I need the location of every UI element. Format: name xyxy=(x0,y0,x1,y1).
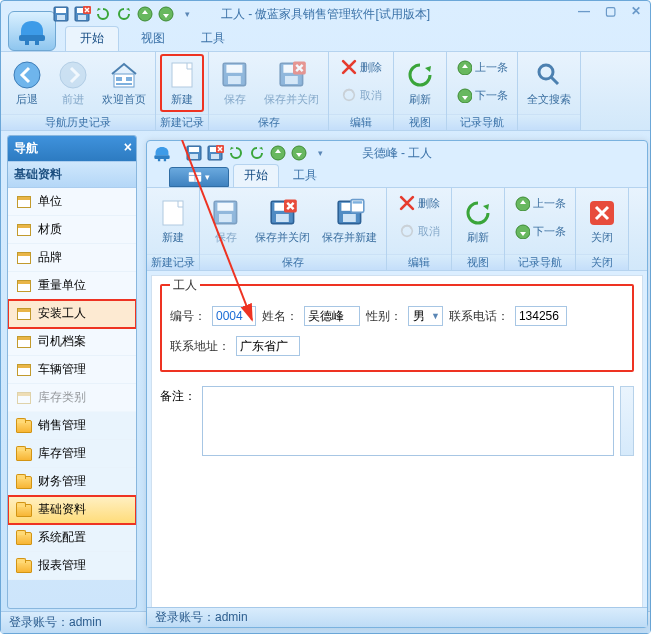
folder-icon xyxy=(16,559,32,573)
back-button[interactable]: 后退 xyxy=(5,54,49,112)
child-new-button[interactable]: 新建 xyxy=(151,192,195,250)
nav-folder-report[interactable]: 报表管理 xyxy=(8,552,136,580)
chevron-down-icon: ▼ xyxy=(431,311,440,321)
tab-start[interactable]: 开始 xyxy=(65,26,119,51)
child-group-new: 新建记录 xyxy=(147,254,199,270)
group-edit: 编辑 xyxy=(329,114,393,130)
save-button: 保存 xyxy=(213,54,257,112)
nav-item-material[interactable]: 材质 xyxy=(8,216,136,244)
nav-panel: 导航× 基础资料 单位 材质 品牌 重量单位 安装工人 司机档案 车辆管理 库存… xyxy=(7,135,137,609)
qat-saveclose-icon[interactable] xyxy=(73,5,91,23)
nav-folder-stock[interactable]: 库存管理 xyxy=(8,440,136,468)
group-save: 保存 xyxy=(209,114,328,130)
remark-label: 备注： xyxy=(160,386,196,456)
addr-label: 联系地址： xyxy=(170,338,230,355)
form-icon xyxy=(16,391,32,405)
form-icon xyxy=(16,195,32,209)
child-savenew-button[interactable]: 保存并新建 xyxy=(317,192,382,250)
next-record-button[interactable]: 下一条 xyxy=(451,82,513,108)
child-close-button[interactable]: 关闭 xyxy=(580,192,624,250)
tab-tools[interactable]: 工具 xyxy=(187,27,239,51)
form-icon xyxy=(16,307,32,321)
child-qat-up-icon[interactable] xyxy=(269,144,287,162)
new-button[interactable]: 新建 xyxy=(160,54,204,112)
forward-button: 前进 xyxy=(51,54,95,112)
nav-group-basic[interactable]: 基础资料 xyxy=(8,161,136,188)
child-tab-tools[interactable]: 工具 xyxy=(283,165,327,187)
nav-item-weight-unit[interactable]: 重量单位 xyxy=(8,272,136,300)
fulltext-search-button[interactable]: 全文搜索 xyxy=(522,54,576,112)
child-group-save: 保存 xyxy=(200,254,386,270)
folder-icon xyxy=(16,447,32,461)
worker-groupbox: 工人 编号： 姓名： 性别： 男▼ 联系电话： 联系地址： xyxy=(160,284,634,372)
group-search xyxy=(518,114,580,130)
nav-item-install-worker[interactable]: 安装工人 xyxy=(8,300,136,328)
name-label: 姓名： xyxy=(262,308,298,325)
child-delete-button[interactable]: 删除 xyxy=(391,190,447,216)
child-tab-start[interactable]: 开始 xyxy=(233,164,279,187)
no-label: 编号： xyxy=(170,308,206,325)
child-qat-down-icon[interactable] xyxy=(290,144,308,162)
form-icon xyxy=(16,251,32,265)
nav-close-icon[interactable]: × xyxy=(124,139,132,155)
nav-folder-sales[interactable]: 销售管理 xyxy=(8,412,136,440)
child-qat-undo-icon[interactable] xyxy=(227,144,245,162)
qat-up-icon[interactable] xyxy=(136,5,154,23)
minimize-button[interactable]: — xyxy=(576,4,592,18)
form-icon xyxy=(16,363,32,377)
qat-save-icon[interactable] xyxy=(52,5,70,23)
group-view: 视图 xyxy=(394,114,446,130)
nav-item-stock-type[interactable]: 库存类别 xyxy=(8,384,136,412)
maximize-button[interactable]: ▢ xyxy=(602,4,618,18)
no-field[interactable] xyxy=(212,306,256,326)
child-saveclose-button[interactable]: 保存并关闭 xyxy=(250,192,315,250)
nav-item-vehicle[interactable]: 车辆管理 xyxy=(8,356,136,384)
status-account: 登录账号：admin xyxy=(9,614,102,631)
nav-folder-finance[interactable]: 财务管理 xyxy=(8,468,136,496)
child-menu-book-button[interactable]: ▾ xyxy=(169,167,229,187)
nav-item-unit[interactable]: 单位 xyxy=(8,188,136,216)
nav-item-brand[interactable]: 品牌 xyxy=(8,244,136,272)
child-qat-save-icon[interactable] xyxy=(185,144,203,162)
refresh-button[interactable]: 刷新 xyxy=(398,54,442,112)
prev-record-button[interactable]: 上一条 xyxy=(451,54,513,80)
folder-icon xyxy=(16,419,32,433)
scrollbar[interactable] xyxy=(620,386,634,456)
child-qat-saveclose-icon[interactable] xyxy=(206,144,224,162)
child-cancel-button: 取消 xyxy=(391,218,447,244)
tab-view[interactable]: 视图 xyxy=(127,27,179,51)
child-qat-redo-icon[interactable] xyxy=(248,144,266,162)
qat-down-icon[interactable] xyxy=(157,5,175,23)
remark-field[interactable] xyxy=(202,386,614,456)
qat-more-icon[interactable]: ▾ xyxy=(178,5,196,23)
saveclose-button: 保存并关闭 xyxy=(259,54,324,112)
child-qat-more-icon[interactable]: ▾ xyxy=(311,144,329,162)
child-group-nav: 记录导航 xyxy=(505,254,575,270)
child-group-close: 关闭 xyxy=(576,254,628,270)
child-save-button: 保存 xyxy=(204,192,248,250)
form-icon xyxy=(16,223,32,237)
qat-undo-icon[interactable] xyxy=(94,5,112,23)
welcome-button[interactable]: 欢迎首页 xyxy=(97,54,151,112)
folder-icon xyxy=(16,475,32,489)
child-prev-button[interactable]: 上一条 xyxy=(509,190,571,216)
tel-field[interactable] xyxy=(515,306,567,326)
nav-folder-system[interactable]: 系统配置 xyxy=(8,524,136,552)
group-nav-history: 导航历史记录 xyxy=(1,114,155,130)
sex-combo[interactable]: 男▼ xyxy=(408,306,443,326)
child-refresh-button[interactable]: 刷新 xyxy=(456,192,500,250)
close-window-button[interactable]: ✕ xyxy=(628,4,644,18)
nav-item-driver[interactable]: 司机档案 xyxy=(8,328,136,356)
sex-label: 性别： xyxy=(366,308,402,325)
nav-folder-basic[interactable]: 基础资料 xyxy=(8,496,136,524)
child-next-button[interactable]: 下一条 xyxy=(509,218,571,244)
group-new: 新建记录 xyxy=(156,114,208,130)
folder-icon xyxy=(16,531,32,545)
tel-label: 联系电话： xyxy=(449,308,509,325)
delete-button[interactable]: 删除 xyxy=(333,54,389,80)
form-icon xyxy=(16,335,32,349)
addr-field[interactable] xyxy=(236,336,300,356)
name-field[interactable] xyxy=(304,306,360,326)
group-record-nav: 记录导航 xyxy=(447,114,517,130)
qat-redo-icon[interactable] xyxy=(115,5,133,23)
